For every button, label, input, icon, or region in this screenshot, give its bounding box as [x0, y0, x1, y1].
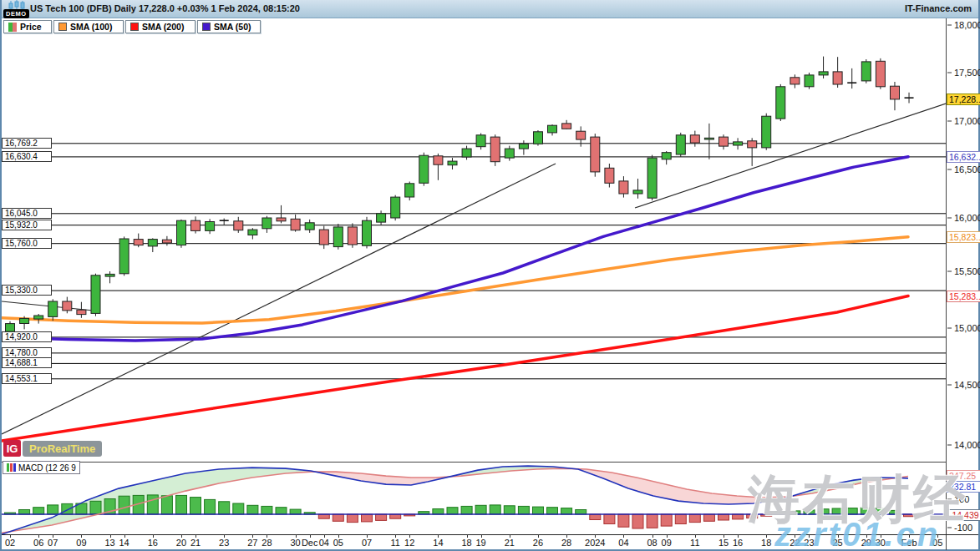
candle[interactable]	[776, 87, 785, 119]
time-axis-tick	[766, 534, 767, 538]
candle[interactable]	[490, 137, 500, 162]
macd-panel-separator[interactable]	[2, 462, 947, 463]
time-axis-tick	[409, 534, 410, 538]
candle[interactable]	[234, 221, 243, 230]
level-price-label[interactable]: 16,630.4	[2, 151, 52, 162]
candle[interactable]	[748, 141, 757, 148]
level-price-label[interactable]: 14,553.1	[2, 373, 52, 384]
candle[interactable]	[519, 144, 528, 149]
candle[interactable]	[819, 72, 828, 75]
level-price-label[interactable]: 16,769.2	[2, 138, 52, 149]
candle[interactable]	[405, 184, 414, 197]
time-axis-tick	[395, 534, 396, 538]
candle[interactable]	[105, 274, 114, 276]
candle[interactable]	[762, 116, 771, 148]
macd-histogram-bar	[19, 510, 30, 515]
candle[interactable]	[91, 276, 100, 314]
legend-item-sma100[interactable]: SMA (100)	[53, 20, 124, 33]
candle[interactable]	[363, 220, 372, 245]
candle[interactable]	[576, 131, 586, 139]
candle[interactable]	[305, 223, 314, 230]
level-price-label[interactable]: 14,780.0	[2, 347, 52, 358]
level-price-label[interactable]: 15,932.0	[2, 220, 52, 230]
candle[interactable]	[291, 219, 300, 230]
candle[interactable]	[548, 125, 557, 133]
macd-histogram-bar	[475, 505, 486, 514]
time-axis-tick	[324, 534, 325, 538]
candle[interactable]	[534, 132, 543, 144]
candle[interactable]	[833, 72, 842, 84]
candle[interactable]	[119, 239, 129, 274]
candle[interactable]	[277, 218, 286, 221]
level-price-label[interactable]: 15,330.0	[2, 285, 52, 296]
candle[interactable]	[248, 230, 257, 235]
candle[interactable]	[690, 135, 699, 143]
candle[interactable]	[177, 220, 186, 245]
time-axis-tick	[110, 534, 111, 538]
candle[interactable]	[20, 318, 29, 323]
level-price-label[interactable]: 14,688.1	[2, 357, 52, 368]
macd-histogram-bar	[689, 514, 700, 523]
candle[interactable]	[861, 62, 871, 81]
macd-histogram-bar	[618, 514, 629, 527]
demo-badge: DEMO	[3, 9, 29, 18]
candle[interactable]	[619, 181, 628, 194]
candle[interactable]	[462, 149, 471, 157]
price-axis-tick: 17,000	[954, 116, 980, 126]
candle[interactable]	[6, 324, 15, 332]
candle[interactable]	[434, 156, 443, 164]
candle[interactable]	[734, 142, 743, 145]
candle[interactable]	[704, 138, 713, 139]
legend-item-price[interactable]: Price	[3, 20, 52, 33]
candle[interactable]	[562, 124, 571, 129]
candle[interactable]	[162, 240, 171, 243]
macd-histogram-bar	[205, 499, 216, 514]
candle[interactable]	[719, 137, 729, 146]
candle[interactable]	[676, 135, 685, 154]
candle[interactable]	[206, 222, 215, 231]
candle[interactable]	[34, 316, 43, 319]
macd-histogram-bar	[176, 495, 187, 514]
candle[interactable]	[662, 153, 671, 159]
candle[interactable]	[419, 155, 429, 183]
macd-histogram-bar	[561, 508, 572, 514]
candle[interactable]	[605, 168, 614, 183]
legend-item-sma200[interactable]: SMA (200)	[125, 20, 195, 33]
price-axis-tick: 16,000	[954, 213, 980, 223]
candle[interactable]	[391, 197, 400, 218]
macd-indicator-label[interactable]: MACD (12 26 9	[3, 461, 80, 474]
candle[interactable]	[476, 135, 485, 147]
candle[interactable]	[647, 158, 657, 198]
macd-histogram-bar	[703, 514, 714, 521]
candle[interactable]	[591, 137, 600, 172]
candle[interactable]	[148, 240, 157, 246]
candle[interactable]	[48, 301, 58, 316]
candle[interactable]	[633, 190, 642, 194]
time-axis-tick	[224, 534, 225, 538]
candle[interactable]	[262, 218, 272, 229]
candle[interactable]	[805, 75, 814, 87]
candle[interactable]	[505, 149, 514, 158]
candle[interactable]	[191, 220, 201, 230]
level-price-label[interactable]: 16,045.0	[2, 208, 52, 219]
candle[interactable]	[134, 240, 143, 245]
candle[interactable]	[348, 227, 357, 245]
candle[interactable]	[790, 78, 800, 84]
legend-item-sma50[interactable]: SMA (50)	[197, 20, 261, 33]
candle[interactable]	[319, 230, 328, 245]
sma200-value-tag: 15,283..	[947, 291, 980, 302]
macd-histogram-bar	[262, 506, 272, 514]
candle[interactable]	[63, 301, 72, 311]
candle[interactable]	[333, 227, 343, 247]
candle[interactable]	[876, 61, 885, 87]
macd-histogram-bar	[504, 506, 515, 514]
candle[interactable]	[77, 310, 86, 314]
level-price-label[interactable]: 15,760.0	[2, 238, 52, 249]
time-axis-tick	[467, 534, 468, 538]
instrument-title: US Tech 100 (DFB) Daily 17,228.0 +0.03% …	[30, 3, 300, 13]
candle[interactable]	[891, 86, 900, 99]
candle[interactable]	[448, 161, 457, 165]
level-price-label[interactable]: 14,920.0	[2, 331, 52, 342]
candle[interactable]	[377, 214, 386, 222]
time-axis-tick	[595, 534, 596, 538]
